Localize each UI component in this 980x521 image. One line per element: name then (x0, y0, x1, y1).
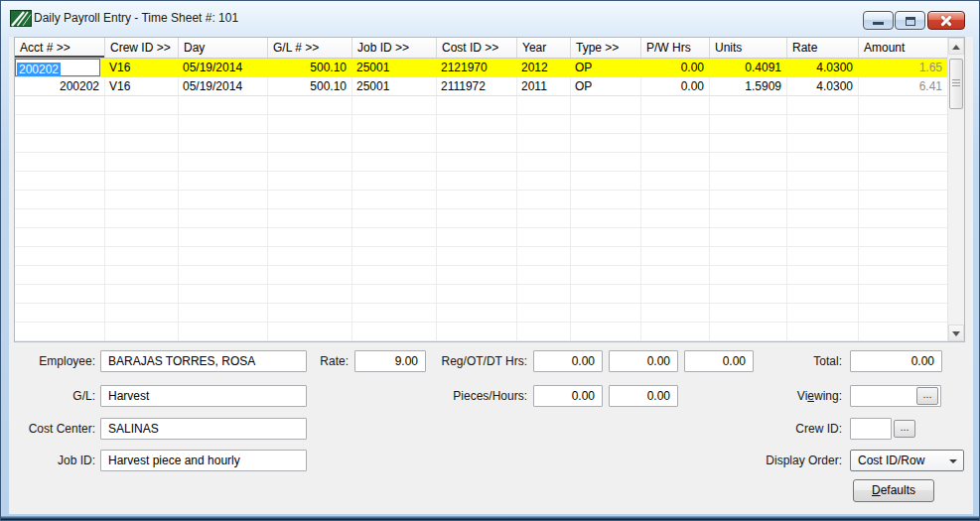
column-header[interactable]: G/L # >> (267, 38, 351, 58)
total-label: Total: (724, 354, 842, 369)
grid-cell[interactable]: 2121970 (436, 59, 516, 76)
gl-label: G/L: (9, 389, 95, 404)
table-row[interactable]: 200202V1605/19/2014500.10250012111972201… (15, 77, 947, 96)
reg-ot-dt-label: Reg/OT/DT Hrs: (426, 354, 527, 369)
grid-cell[interactable]: 05/19/2014 (178, 77, 267, 95)
client-area: Acct # >>Crew ID >>DayG/L # >>Job ID >>C… (9, 37, 973, 514)
grid-cell[interactable]: 500.10 (267, 77, 351, 95)
reg-hrs-field: 0.00 (533, 350, 603, 372)
column-header[interactable]: Day (178, 38, 267, 58)
window-title: Daily Payroll Entry - Time Sheet #: 101 (34, 11, 238, 25)
grid-cell[interactable]: 500.10 (267, 59, 351, 76)
grid-cell[interactable]: 05/19/2014 (178, 59, 267, 76)
grid-cell[interactable]: 6.41 (858, 77, 947, 95)
thumb-grip-icon (952, 79, 960, 80)
employee-label: Employee: (9, 354, 95, 369)
crew-id-input[interactable] (850, 418, 892, 440)
viewing-browse-button[interactable]: ... (916, 387, 938, 405)
maximize-icon (906, 17, 915, 26)
grid-cell[interactable]: 4.0300 (786, 59, 858, 76)
grid-cell[interactable]: 0.00 (640, 59, 709, 76)
cell-editor-input[interactable]: 200202 (15, 59, 100, 76)
column-header[interactable]: Type >> (570, 38, 640, 58)
maximize-button[interactable] (895, 11, 925, 30)
grid-cell[interactable]: 0.4091 (709, 59, 786, 76)
grid-cell[interactable]: 2012 (516, 59, 570, 76)
empty-row (15, 96, 947, 115)
grid-cell[interactable]: 25001 (351, 77, 436, 95)
grid-header-row: Acct # >>Crew ID >>DayG/L # >>Job ID >>C… (15, 38, 947, 59)
empty-row (15, 323, 947, 341)
grid-cell[interactable]: OP (570, 59, 640, 76)
column-header[interactable]: P/W Hrs (640, 38, 709, 58)
display-order-dropdown[interactable]: Cost ID/Row (850, 450, 964, 471)
empty-row (15, 266, 947, 285)
minimize-button[interactable] (863, 11, 894, 30)
grid-body[interactable]: 200202V1605/19/2014500.10250012121970201… (15, 59, 947, 341)
grid-cell[interactable]: V16 (104, 77, 178, 95)
pieces-field: 0.00 (533, 385, 603, 407)
table-row[interactable]: 200202V1605/19/2014500.10250012121970201… (15, 59, 947, 77)
empty-row (15, 153, 947, 172)
close-button[interactable] (927, 11, 965, 30)
empty-row (15, 228, 947, 247)
grid-cell[interactable]: 1.65 (858, 59, 947, 76)
rate-label: Rate: (297, 354, 349, 369)
empty-row (15, 209, 947, 228)
pieces-hours-label: Pieces/Hours: (426, 389, 527, 404)
arrow-down-icon (952, 331, 960, 336)
scrollbar-thumb[interactable] (949, 59, 963, 109)
cost-center-field: SALINAS (100, 418, 307, 440)
column-header[interactable]: Rate (786, 38, 858, 58)
empty-row (15, 191, 947, 209)
scroll-down-button[interactable] (948, 325, 964, 341)
empty-row (15, 247, 947, 266)
gl-field: Harvest (100, 385, 307, 407)
defaults-button[interactable]: Defaults (853, 479, 934, 502)
app-icon (10, 10, 32, 31)
crew-id-browse-button[interactable]: ... (894, 420, 915, 438)
job-id-label: Job ID: (9, 454, 95, 468)
crew-id-label: Crew ID: (724, 422, 842, 437)
app-window: Daily Payroll Entry - Time Sheet #: 101 … (0, 0, 980, 521)
grid-cell[interactable]: 200202 (15, 77, 104, 95)
grid-cell[interactable]: 2011 (516, 77, 570, 95)
column-header[interactable]: Crew ID >> (104, 38, 178, 58)
grid-cell[interactable]: V16 (104, 59, 178, 76)
job-id-field: Harvest piece and hourly (100, 450, 307, 471)
hours-field: 0.00 (609, 385, 678, 407)
column-header[interactable]: Year (516, 38, 570, 58)
empty-row (15, 172, 947, 191)
empty-row (15, 115, 947, 134)
empty-row (15, 134, 947, 153)
vertical-scrollbar[interactable] (947, 38, 964, 341)
grid-cell[interactable]: 1.5909 (709, 77, 786, 95)
chevron-down-icon (949, 459, 957, 463)
total-field: 0.00 (850, 350, 942, 372)
employee-field: BARAJAS TORRES, ROSA (100, 350, 307, 372)
grid-cell[interactable]: OP (570, 77, 640, 95)
empty-row (15, 304, 947, 323)
column-header[interactable]: Cost ID >> (436, 38, 516, 58)
empty-row (15, 285, 947, 304)
grid-cell[interactable]: 4.0300 (786, 77, 858, 95)
scroll-up-button[interactable] (948, 38, 964, 55)
timesheet-grid[interactable]: Acct # >>Crew ID >>DayG/L # >>Job ID >>C… (14, 37, 965, 342)
column-header[interactable]: Job ID >> (351, 38, 436, 58)
column-header[interactable]: Units (709, 38, 786, 58)
titlebar[interactable]: Daily Payroll Entry - Time Sheet #: 101 (1, 1, 979, 37)
current-column-indicator (15, 56, 104, 58)
column-header[interactable]: Acct # >> (15, 38, 104, 58)
selected-text: 200202 (17, 63, 61, 76)
grid-cell[interactable]: 25001 (351, 59, 436, 76)
minimize-icon (873, 22, 884, 25)
arrow-up-icon (952, 45, 960, 50)
display-order-label: Display Order: (722, 454, 842, 468)
rate-field: 9.00 (354, 350, 426, 372)
grid-cell[interactable]: 2111972 (436, 77, 516, 95)
viewing-label: Viewing: (724, 389, 842, 404)
column-header[interactable]: Amount (858, 38, 947, 58)
cost-center-label: Cost Center: (9, 422, 95, 437)
grid-cell[interactable]: 0.00 (640, 77, 709, 95)
window-bottom-edge (1, 516, 979, 520)
